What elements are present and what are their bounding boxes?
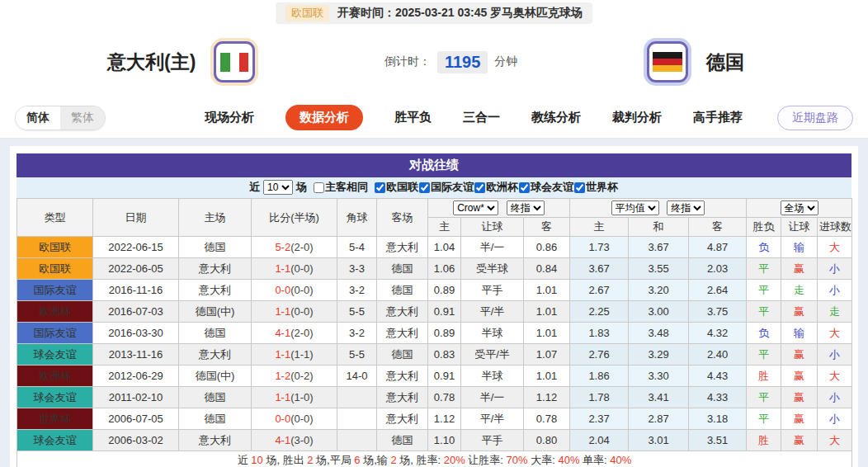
odds-away-cell: 1.01 [524,366,570,387]
result-wdl-cell: 负 [747,237,781,258]
odds-away-cell: 1.12 [524,387,570,408]
home-team-cell: 德国 [179,387,252,408]
odds-home-cell: 1.10 [428,430,461,451]
halftime-score: (1-1) [290,348,313,361]
away-team-block: 德国 [644,38,744,86]
date-cell: 2006-03-02 [93,430,179,451]
avg-away-cell: 2.40 [689,344,747,366]
nav-tab-5[interactable]: 裁判分析 [612,110,662,125]
score-cell: 1-1(1-0) [252,387,337,408]
result-goals-cell: 小 [818,280,852,301]
competition-type-cell: 欧洲杯 [17,301,93,323]
result-goals-cell: 小 [818,258,852,280]
avg-home-cell: 3.67 [570,258,629,280]
odds-away-cell: 0.80 [524,430,570,451]
result-handicap-cell: 输 [781,237,818,258]
competition-filter[interactable]: 欧国联 [375,180,418,195]
date-cell: 2013-11-16 [93,344,179,366]
table-row: 球会友谊 2006-03-02 意大利 4-1(3-0) 德国 1.10 平手 … [17,430,852,451]
home-team-block: 意大利(主) [107,38,258,86]
same-venue-checkbox[interactable] [314,182,324,193]
competition-filter[interactable]: 球会友谊 [519,180,573,195]
col-date: 日期 [93,199,179,237]
nav-tab-0[interactable]: 现场分析 [205,110,254,125]
score-cell: 4-1(3-0) [252,430,337,451]
result-goals-cell: 大 [818,366,852,387]
average-select[interactable]: 平均值 [611,200,659,215]
table-row: 欧洲杯 2016-07-03 德国(中) 1-1(0-0) 5-5 意大利 0.… [17,301,852,323]
match-count-select[interactable]: 10 [263,180,293,195]
summary-segment: 40% [558,454,579,466]
result-wdl-cell: 负 [747,323,781,344]
avg-home-cell: 1.86 [570,366,629,387]
home-team-cell: 德国 [179,237,252,258]
avg-away-cell: 4.43 [689,366,747,387]
home-team-name: 意大利(主) [107,50,196,75]
lang-simplified-button[interactable]: 简体 [16,106,60,130]
date-cell: 2016-03-30 [93,323,179,344]
halftime-score: (0-0) [290,413,313,425]
top-bar: 欧国联 开赛时间：2025-03-21 03:45 罗马奥林匹克球场 [0,0,868,26]
result-goals-cell: 小 [818,387,852,408]
summary-segment: 场, 胜率: [397,454,444,466]
odds-stage-select-2[interactable]: 终指 [667,200,705,215]
competition-checkbox[interactable] [574,182,585,193]
lang-traditional-button[interactable]: 繁体 [60,106,105,130]
scope-select[interactable]: 全场 [781,200,818,215]
germany-flag [644,38,691,86]
avg-away-cell: 3.51 [689,430,747,451]
odds-stage-select-1[interactable]: 终指 [507,200,545,215]
competition-type-cell: 欧国联 [17,258,93,280]
competition-checkbox[interactable] [419,182,430,193]
result-handicap-cell: 赢 [781,301,818,323]
home-team-cell: 意大利 [179,258,252,280]
near-label: 近 [249,180,260,195]
italy-flag-frame [214,41,255,83]
competition-checkbox[interactable] [474,182,485,193]
odds-away-cell: 1.01 [524,323,570,344]
halftime-score: (0-2) [290,370,313,382]
countdown: 倒计时： 1195 分钟 [258,51,644,73]
odds-home-cell: 0.91 [428,366,461,387]
avg-draw-cell: 3.01 [629,430,689,451]
competition-filter[interactable]: 欧洲杯 [474,180,518,195]
recent-trends-button[interactable]: 近期盘路 [777,106,853,130]
nav-tab-2[interactable]: 胜平负 [394,110,432,125]
same-venue-label: 主客相同 [325,180,368,195]
nav-tab-3[interactable]: 三合一 [463,110,500,125]
competition-filter[interactable]: 世界杯 [574,180,618,195]
avg-away-cell: 2.03 [689,258,747,280]
same-venue-filter[interactable]: 主客相同 [314,180,368,195]
corner-cell: 3-2 [337,280,377,301]
competition-filter[interactable]: 国际友谊 [419,180,474,195]
corner-cell: 14-0 [337,366,377,387]
competition-checkbox[interactable] [519,182,530,193]
countdown-value: 1195 [437,51,488,73]
fulltime-score: 1-1 [275,262,290,275]
date-cell: 2022-06-05 [93,258,179,280]
away-team-cell: 意大利 [377,366,428,387]
away-team-cell: 意大利 [377,237,428,258]
competition-label: 欧国联 [386,180,418,195]
nav-tab-1[interactable]: 数据分析 [285,105,363,130]
competition-type-cell: 球会友谊 [17,344,93,366]
fulltime-score: 1-2 [275,370,290,382]
home-team-cell: 意大利 [179,430,252,451]
result-goals-cell: 小 [818,344,852,366]
result-wdl-cell: 胜 [747,430,781,451]
odds-home-cell: 0.83 [428,344,461,366]
table-row: 欧国联 2022-06-05 意大利 1-1(0-0) 3-3 德国 1.06 … [17,258,852,280]
result-handicap-cell: 输 [781,323,818,344]
odds-handicap-cell: 半/一 [461,387,524,408]
halftime-score: (0-0) [290,284,313,296]
avg-home-cell: 2.25 [570,301,629,323]
avg-draw-cell: 3.41 [629,387,689,408]
nav-tab-4[interactable]: 教练分析 [531,110,581,125]
bookmaker-select[interactable]: Crow* [453,200,498,215]
nav-tab-6[interactable]: 高手推荐 [693,110,743,125]
odds-away-cell: 0.84 [524,258,570,280]
competition-checkbox[interactable] [375,182,385,193]
odds-home-cell: 1.04 [428,237,461,258]
home-team-cell: 意大利 [179,280,252,301]
result-goals-cell: 大 [818,237,852,258]
